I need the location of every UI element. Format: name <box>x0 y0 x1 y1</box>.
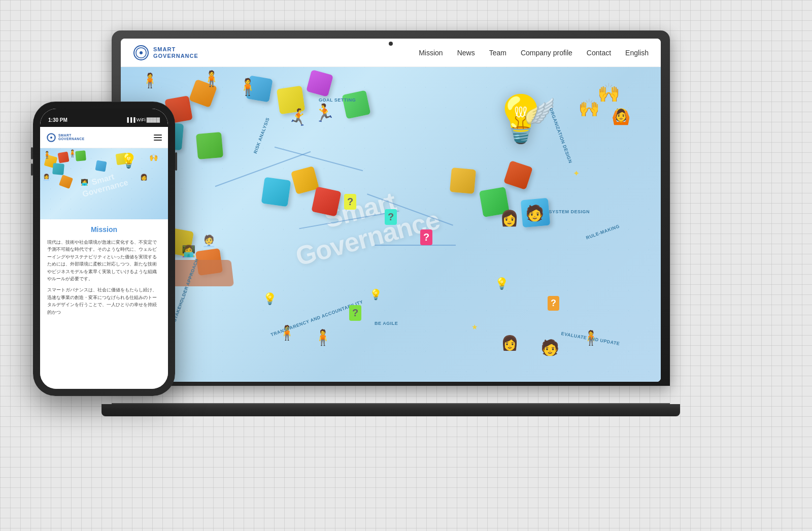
phone-hero-iso: 🧍 🧍 🧑‍💻 🙌 👩 👩‍💼 💡 Smart Governance <box>40 148 168 219</box>
laptop-body: Smart Governance Mission News Team Compa… <box>112 30 670 386</box>
flow-label-agile: Be Agile <box>375 321 398 326</box>
iso-block-teal-2 <box>261 177 291 207</box>
flow-label-rule: Rule-Making <box>585 223 620 240</box>
phone-body: 1:30 PM ▐▐▐ WiFi ▓▓▓▓ <box>33 102 175 396</box>
qblock-4: ? <box>349 305 361 321</box>
nav-link-team[interactable]: Team <box>489 49 506 57</box>
nav-link-news[interactable]: News <box>457 49 475 57</box>
small-bulb-2: 💡 <box>369 288 382 301</box>
person-1: 🧍 <box>141 72 159 89</box>
phone-block-4 <box>75 150 86 161</box>
phone-block-3 <box>52 163 64 175</box>
laptop-base <box>101 404 680 416</box>
person-running-2: 🏃 <box>314 103 335 123</box>
iso-block-green-1 <box>196 132 223 159</box>
laptop-screen-content: Smart Governance Mission News Team Compa… <box>121 39 661 382</box>
nav-link-contact[interactable]: Contact <box>587 49 611 57</box>
qblock-5: ? <box>548 296 559 311</box>
person-bottom-r2: 🧑 <box>540 339 559 356</box>
nav-item-news[interactable]: News <box>457 48 475 57</box>
phone-logo: Smart Governance <box>46 132 85 143</box>
nav-item-mission[interactable]: Mission <box>419 48 443 57</box>
scene-container: 💡 🪽 🧍 🧍 🧍 🏃 🏃 🙌 � <box>121 67 661 382</box>
phone-logo-text: Smart Governance <box>58 134 85 141</box>
person-jumping-1: 🙌 <box>597 82 620 104</box>
phone-person-6: 👩‍💼 <box>43 174 50 181</box>
laptop-logo-text: Smart Governance <box>153 46 198 58</box>
iso-block-red-2 <box>311 186 341 216</box>
phone-person-4: 🙌 <box>149 153 158 161</box>
hamburger-line-3 <box>154 140 162 141</box>
smart-governance-logo-icon <box>133 45 149 61</box>
svg-point-3 <box>50 137 52 139</box>
phone-logo-icon <box>46 132 56 143</box>
star-2: ✦ <box>573 169 580 178</box>
person-sit-2: 👩‍💻 <box>182 245 195 258</box>
phone-logo-line2: Governance <box>58 138 85 141</box>
person-bottom-r1: 👩 <box>501 335 519 351</box>
signal-icon: ▐▐▐ <box>126 117 136 122</box>
qblock-2: ? <box>385 209 397 225</box>
star-3: ★ <box>471 323 478 331</box>
person-jumping-3: 🙆 <box>612 108 630 125</box>
wifi-icon: WiFi <box>137 117 146 122</box>
phone-person-5: 👩 <box>140 174 148 181</box>
phone-content: Smart Governance <box>40 127 168 389</box>
phone-device: 1:30 PM ▐▐▐ WiFi ▓▓▓▓ <box>33 102 175 396</box>
battery-icon: ▓▓▓▓ <box>147 117 160 122</box>
laptop-hero-image: Smart Governance <box>121 67 661 382</box>
qblock-3: ? <box>420 229 432 245</box>
logo-line2: Governance <box>153 53 198 59</box>
small-bulb-1: 💡 <box>263 292 277 306</box>
phone-person-2: 🧍 <box>68 149 77 157</box>
phone-hero: 🧍 🧍 🧑‍💻 🙌 👩 👩‍💼 💡 Smart Governance <box>40 148 168 219</box>
phone-status-icons: ▐▐▐ WiFi ▓▓▓▓ <box>126 117 160 122</box>
flow-label-goal: Goal Setting <box>319 97 356 103</box>
laptop-nav-links: Mission News Team Company profile Contac… <box>419 48 649 57</box>
laptop-camera <box>389 42 393 46</box>
hamburger-menu[interactable] <box>154 135 162 141</box>
phone-mission-section: Mission 現代は、技術や社会環境が急速に変化する、不安定で予測不可能な時代… <box>40 219 168 326</box>
nav-item-company-profile[interactable]: Company profile <box>521 48 572 57</box>
flow-label-risk: Risk Analysis <box>253 117 270 154</box>
iso-block-yellow-3 <box>450 168 476 194</box>
person-sit-3: 🧑‍💼 <box>202 235 216 248</box>
iso-block-orange-2 <box>503 160 533 190</box>
phone-vol-up-button[interactable] <box>31 147 33 159</box>
phone-mission-title: Mission <box>47 225 161 234</box>
iso-block-purple-1 <box>306 70 333 97</box>
nav-link-mission[interactable]: Mission <box>419 49 443 57</box>
phone-power-button[interactable] <box>175 152 177 171</box>
phone-vol-down-button[interactable] <box>31 163 33 176</box>
person-2: 🧍 <box>202 70 221 87</box>
iso-block-gold-1 <box>291 166 319 194</box>
iso-block-green-2 <box>342 90 371 119</box>
nav-item-team[interactable]: Team <box>489 48 506 57</box>
hamburger-line-1 <box>154 135 162 136</box>
phone-block-6 <box>95 160 107 172</box>
phone-mission-paragraph2: スマートガバナンスは、社会に価値をもたらし続け、迅速な事業の創造・変革につなげら… <box>47 286 161 316</box>
logo-line1: Smart <box>153 46 198 52</box>
nav-link-english[interactable]: English <box>625 49 649 57</box>
nav-item-english[interactable]: English <box>625 48 649 57</box>
phone-person-1: 🧍 <box>43 151 51 159</box>
phone-navbar: Smart Governance <box>40 127 168 148</box>
nav-item-contact[interactable]: Contact <box>587 48 611 57</box>
flow-label-org: Organization Design <box>548 107 573 164</box>
person-running-1: 🏃 <box>288 108 309 127</box>
person-bottom-2: 🧍 <box>314 328 332 346</box>
laptop-logo: Smart Governance <box>133 45 198 61</box>
svg-point-1 <box>140 51 143 54</box>
small-bulb-3: 💡 <box>495 277 509 290</box>
connector-5 <box>375 245 456 246</box>
laptop-hero: Smart Governance <box>121 67 661 382</box>
phone-time: 1:30 PM <box>48 117 67 123</box>
nav-link-company-profile[interactable]: Company profile <box>521 49 572 57</box>
phone-status-bar: 1:30 PM ▐▐▐ WiFi ▓▓▓▓ <box>40 109 168 127</box>
qblock-1: ? <box>344 194 356 210</box>
connector-4 <box>367 193 453 225</box>
person-stand-1: 👩 <box>500 209 519 227</box>
person-stand-2: 🧑 <box>525 204 544 222</box>
hamburger-line-2 <box>154 137 162 138</box>
phone-screen: 1:30 PM ▐▐▐ WiFi ▓▓▓▓ <box>40 109 168 389</box>
